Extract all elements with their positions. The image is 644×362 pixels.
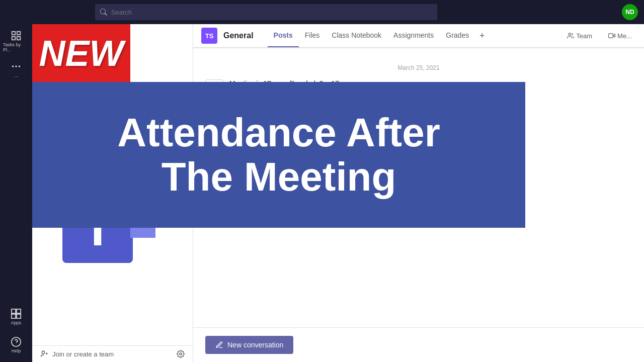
banner-new: NEW [32,24,130,82]
new-conversation-button[interactable]: New conversation [205,336,293,354]
team-action-label: Team [576,32,592,40]
channel-actions: Team Me... [563,30,636,42]
date-divider-top: March 25, 2021 [205,64,632,71]
svg-point-5 [15,65,17,67]
team-action-btn[interactable]: Team [563,30,596,42]
big-overlay: Attendance After The Meeting [32,82,525,228]
sidebar-item-help[interactable]: Help [3,332,29,358]
svg-marker-22 [613,34,615,37]
join-team-icon [40,350,48,358]
svg-rect-3 [12,37,15,40]
join-create-label: Join or create a team [52,350,114,358]
svg-point-20 [180,353,182,355]
meet-action-label: Me... [617,32,632,40]
search-icon [100,9,107,16]
channel-tabs: Posts Files Class Notebook Assignments G… [268,24,490,47]
svg-rect-10 [17,314,21,318]
add-tab-button[interactable]: + [475,29,489,43]
banner-overlay: NEW [32,24,228,82]
sidebar-icons: Tasks by Pl... ... Apps Help [0,24,32,362]
team-icon [567,32,574,39]
svg-point-6 [19,65,21,67]
svg-point-21 [569,33,571,36]
new-conversation-label: New conversation [227,341,283,349]
settings-icon[interactable] [177,350,185,358]
overlay-text: Attendance After The Meeting [117,111,440,199]
svg-rect-23 [609,34,613,38]
teams-list-footer[interactable]: Join or create a team [32,345,193,362]
svg-rect-7 [12,309,16,313]
svg-rect-8 [17,309,21,313]
tab-grades[interactable]: Grades [440,24,475,47]
join-create-team[interactable]: Join or create a team [40,350,114,358]
sidebar-more-label: ... [14,73,18,78]
channel-header: TS General Posts Files Class Notebook As… [193,24,644,48]
video-icon [608,32,615,39]
sidebar-item-apps[interactable]: Apps [3,304,29,330]
page-wrapper: NEW Attendance After The Meeting Teams T… [32,24,644,362]
tab-files[interactable]: Files [299,24,326,47]
search-input[interactable] [111,9,432,16]
main-layout: Tasks by Pl... ... Apps Help NEW [0,24,644,362]
banner-new-text: NEW [39,35,124,71]
sidebar-help-label: Help [12,348,21,353]
meet-action-btn[interactable]: Me... [604,30,636,42]
svg-rect-0 [12,32,15,35]
sidebar-item-more[interactable]: ... [3,56,29,82]
compose-icon [215,341,223,349]
svg-point-17 [42,351,44,353]
tab-posts[interactable]: Posts [268,24,299,47]
sidebar-item-tasks[interactable]: Tasks by Pl... [3,28,29,54]
tab-class-notebook[interactable]: Class Notebook [326,24,387,47]
svg-rect-1 [17,32,20,35]
avatar[interactable]: ND [622,4,638,20]
svg-point-4 [12,65,14,67]
tab-assignments[interactable]: Assignments [387,24,440,47]
search-bar[interactable] [95,4,437,20]
svg-rect-2 [17,37,20,40]
svg-rect-9 [12,314,16,318]
new-conversation-area: New conversation [193,327,644,362]
sidebar-tasks-label: Tasks by Pl... [3,42,29,52]
sidebar-apps-label: Apps [11,320,22,325]
top-bar: ND [0,0,644,24]
